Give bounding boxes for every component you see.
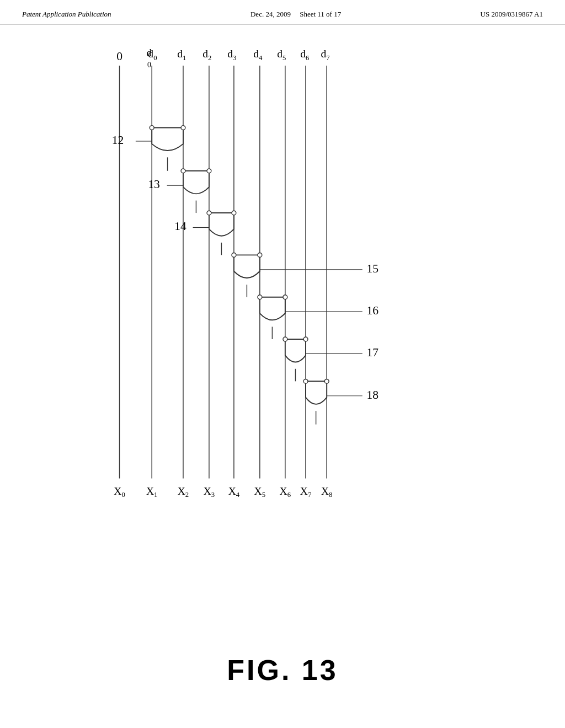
svg-point-21 [303, 337, 308, 341]
header-patent-number: US 2009/0319867 A1 [481, 10, 543, 19]
figure-label: FIG. 13 [227, 654, 338, 687]
top-d2: d2 [202, 48, 211, 62]
label-13: 13 [148, 178, 160, 191]
label-15: 15 [367, 262, 379, 275]
label-17: 17 [367, 346, 379, 359]
svg-point-5 [207, 169, 211, 173]
gate-18 [303, 379, 363, 424]
bot-x8: X8 [321, 485, 332, 499]
svg-point-1 [181, 126, 185, 130]
diagram-area: 0 d 0 d0 d1 d2 d3 d4 d5 d6 d7 [44, 41, 519, 538]
top-d4: d4 [253, 48, 263, 62]
bot-x5: X5 [254, 485, 265, 499]
gate-12 [136, 126, 185, 171]
bot-x6: X6 [280, 485, 291, 499]
top-d1: d1 [177, 48, 186, 62]
top-d6: d6 [300, 48, 309, 62]
svg-point-8 [207, 211, 211, 215]
svg-point-16 [258, 295, 262, 299]
page-header: Patent Application Publication Dec. 24, … [0, 0, 565, 25]
label-18: 18 [367, 388, 379, 402]
label-16: 16 [367, 304, 379, 317]
gate-16 [258, 295, 363, 339]
svg-point-20 [283, 337, 287, 341]
top-d5: d5 [277, 48, 286, 62]
header-date: Dec. 24, 2009 [250, 10, 291, 18]
svg-point-9 [232, 211, 236, 215]
main-content: 0 d 0 d0 d1 d2 d3 d4 d5 d6 d7 [0, 25, 565, 720]
gate-14 [193, 211, 236, 255]
bot-x0: X0 [114, 485, 125, 499]
bot-x3: X3 [204, 485, 215, 499]
bot-x4: X4 [228, 485, 240, 499]
svg-point-24 [303, 379, 308, 383]
top-d7: d7 [321, 48, 329, 62]
svg-point-17 [283, 295, 287, 299]
svg-point-25 [324, 379, 329, 383]
header-publication-type: Patent Application Publication [22, 10, 111, 19]
bot-x1: X1 [146, 485, 157, 499]
top-label-0: 0 [116, 50, 122, 63]
gate-13 [167, 169, 211, 213]
gate-17 [283, 337, 363, 381]
header-sheet: Sheet 11 of 17 [300, 10, 341, 18]
svg-point-13 [258, 253, 262, 257]
label-12: 12 [112, 133, 124, 147]
top-d3: d3 [227, 48, 236, 62]
label-14: 14 [174, 220, 186, 233]
top-label-d0-sub: 0 [147, 61, 151, 69]
bot-x7: X7 [300, 485, 311, 499]
header-date-sheet: Dec. 24, 2009 Sheet 11 of 17 [250, 10, 341, 19]
circuit-diagram: 0 d 0 d0 d1 d2 d3 d4 d5 d6 d7 [44, 41, 519, 538]
svg-point-4 [181, 169, 185, 173]
gate-15 [232, 253, 363, 297]
top-d0: d0 [148, 48, 157, 62]
bot-x2: X2 [178, 485, 189, 499]
svg-point-12 [232, 253, 236, 257]
svg-point-0 [150, 126, 154, 130]
